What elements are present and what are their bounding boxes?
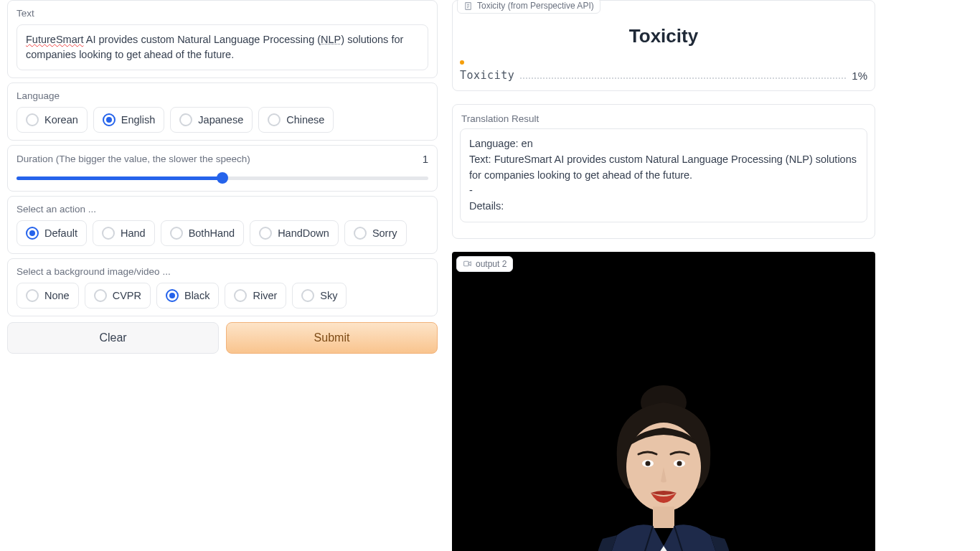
radio-label: Korean	[44, 114, 78, 126]
background-option-cvpr[interactable]: CVPR	[85, 283, 151, 309]
output-tag-label: output 2	[476, 259, 507, 269]
radio-label: Hand	[121, 227, 146, 239]
radio-label: Sorry	[372, 227, 397, 239]
translation-dash: -	[469, 183, 858, 199]
duration-panel: Duration (The bigger the value, the slow…	[7, 145, 438, 192]
document-icon	[463, 1, 473, 11]
text-word-futuresmart: FutureSmart	[26, 34, 84, 45]
radio-label: HandDown	[278, 227, 329, 239]
background-label: Select a background image/video ...	[17, 266, 428, 277]
action-panel: Select an action ... DefaultHandBothHand…	[7, 196, 438, 254]
text-input[interactable]: FutureSmart AI provides custom Natural L…	[17, 24, 428, 70]
language-option-korean[interactable]: Korean	[17, 107, 88, 133]
language-option-chinese[interactable]: Chinese	[258, 107, 334, 133]
toxicity-title: Toxicity	[453, 25, 875, 47]
radio-dot	[26, 113, 39, 126]
radio-dot	[26, 227, 39, 240]
radio-label: English	[121, 114, 156, 126]
background-option-river[interactable]: River	[225, 283, 286, 309]
action-option-handdown[interactable]: HandDown	[250, 220, 339, 246]
toxicity-row-label: Toxicity	[460, 69, 514, 82]
clear-button[interactable]: Clear	[7, 322, 219, 354]
video-icon	[463, 259, 472, 268]
text-label: Text	[17, 8, 428, 19]
language-option-japanese[interactable]: Japanese	[170, 107, 253, 133]
language-option-english[interactable]: English	[93, 107, 165, 133]
radio-dot	[103, 113, 116, 126]
submit-button[interactable]: Submit	[226, 322, 438, 354]
translation-panel: Translation Result Language: en Text: Fu…	[452, 104, 875, 239]
translation-label: Translation Result	[453, 106, 875, 128]
background-option-sky[interactable]: Sky	[292, 283, 347, 309]
svg-rect-4	[464, 262, 469, 267]
radio-dot	[94, 289, 107, 302]
radio-dot	[268, 113, 281, 126]
avatar-presenter	[549, 374, 778, 551]
radio-dot	[26, 289, 39, 302]
toxicity-header-text: Toxicity (from Perspective API)	[477, 1, 594, 11]
radio-label: CVPR	[113, 290, 141, 301]
text-word-nlp: NLP	[321, 34, 341, 45]
radio-label: Japanese	[198, 114, 243, 126]
background-panel: Select a background image/video ... None…	[7, 258, 438, 316]
translation-lang: Language: en	[469, 136, 858, 152]
radio-label: Default	[44, 227, 77, 239]
radio-dot	[179, 113, 192, 126]
radio-dot	[301, 289, 314, 302]
toxicity-bar	[460, 60, 464, 65]
duration-label: Duration (The bigger the value, the slow…	[17, 154, 250, 164]
duration-slider[interactable]	[17, 172, 428, 184]
svg-rect-12	[653, 507, 674, 528]
toxicity-dots	[520, 77, 846, 79]
background-option-black[interactable]: Black	[156, 283, 219, 309]
action-option-bothhand[interactable]: BothHand	[161, 220, 245, 246]
radio-dot	[166, 289, 179, 302]
radio-label: Black	[184, 290, 209, 301]
translation-text: Text: FutureSmart AI provides custom Nat…	[469, 152, 858, 184]
duration-value: 1	[423, 153, 428, 165]
action-option-hand[interactable]: Hand	[93, 220, 155, 246]
radio-dot	[259, 227, 272, 240]
translation-details: Details:	[469, 199, 858, 215]
background-option-none[interactable]: None	[17, 283, 79, 309]
toxicity-panel: Toxicity (from Perspective API) Toxicity…	[452, 0, 875, 91]
radio-label: BothHand	[189, 227, 235, 239]
toxicity-header-tag: Toxicity (from Perspective API)	[457, 0, 600, 14]
action-label: Select an action ...	[17, 204, 428, 215]
toxicity-percent: 1%	[852, 70, 867, 82]
video-output[interactable]: output 2	[452, 252, 875, 551]
radio-label: Sky	[320, 290, 337, 301]
radio-label: None	[44, 290, 70, 301]
action-option-sorry[interactable]: Sorry	[344, 220, 407, 246]
translation-output[interactable]: Language: en Text: FutureSmart AI provid…	[460, 128, 867, 222]
svg-point-11	[677, 461, 682, 466]
radio-dot	[234, 289, 247, 302]
output-tag: output 2	[456, 256, 513, 272]
action-option-default[interactable]: Default	[17, 220, 87, 246]
radio-dot	[102, 227, 115, 240]
radio-dot	[354, 227, 367, 240]
text-panel: Text FutureSmart AI provides custom Natu…	[7, 0, 438, 78]
language-label: Language	[17, 90, 428, 101]
language-panel: Language KoreanEnglishJapaneseChinese	[7, 83, 438, 141]
svg-marker-5	[468, 262, 471, 265]
radio-label: River	[253, 290, 277, 301]
radio-dot	[170, 227, 183, 240]
svg-point-10	[646, 461, 651, 466]
radio-label: Chinese	[286, 114, 324, 126]
